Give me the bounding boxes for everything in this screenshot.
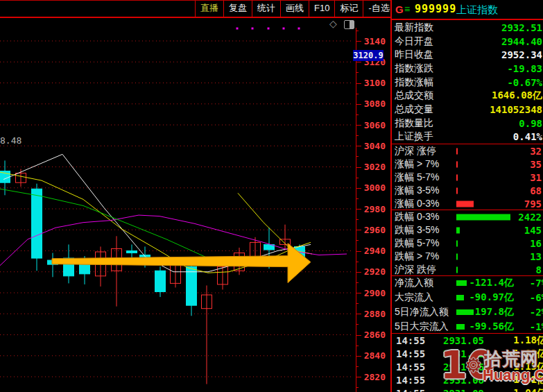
marker-dot: [268, 28, 270, 30]
advance-row-bar: [456, 161, 458, 167]
axis-label: 3060: [361, 119, 386, 131]
quote-row: 昨日收盘2952.34: [392, 48, 543, 62]
advance-row-label: 涨幅 3-5%: [395, 185, 440, 197]
decline-row-label: 跌幅 3-5%: [395, 224, 440, 237]
advance-row[interactable]: 涨幅 0-3%795: [392, 197, 543, 210]
advance-row[interactable]: 沪深 涨停32: [392, 144, 543, 157]
axis-tick: [356, 125, 361, 126]
axis-tick-minor: [356, 114, 359, 115]
decline-row[interactable]: 沪深 跌停8: [392, 263, 543, 276]
tick-price: 2931.11: [443, 348, 484, 359]
advance-row-count: 31: [530, 172, 542, 183]
axis-tick: [356, 293, 361, 293]
toolbar-button-draw[interactable]: 画线: [280, 1, 309, 17]
flow-value: -121.4亿: [469, 277, 514, 289]
advance-row-label: 涨幅 5-7%: [395, 171, 440, 184]
decline-row[interactable]: 跌幅 5-7%16: [392, 237, 543, 250]
app-window: 直播复盘统计画线F10标记-自选返回 ◇ 8.48 31403120310030…: [0, 0, 543, 392]
tick-time: 14:55: [396, 375, 425, 386]
axis-label: 2900: [361, 287, 386, 299]
axis-tick-minor: [356, 94, 359, 94]
candle-down: [32, 189, 42, 258]
flow-label: 大宗流入: [395, 291, 433, 304]
flow-label: 5日大宗流入: [395, 321, 449, 333]
tick-price: 2931.08: [443, 375, 484, 386]
axis-tick-minor: [356, 135, 359, 136]
quote-row: 上证换手0.41%: [392, 130, 543, 144]
decline-row-bar: [456, 253, 458, 259]
quote-row: 指数涨幅-0.67%: [392, 76, 543, 90]
marker-dot: [283, 28, 285, 30]
menu-icon[interactable]: ≡: [404, 3, 410, 15]
flow-value: -90.97亿: [469, 291, 514, 304]
kline-chart[interactable]: [0, 17, 356, 392]
quote-label: 最新指数: [395, 22, 433, 34]
advance-section: 沪深 涨停32涨幅 > 7%35涨幅 5-7%31涨幅 3-5%68涨幅 0-3…: [392, 144, 543, 210]
flow-percent: -6%: [530, 292, 543, 303]
tick-amount: 1.01亿: [513, 348, 543, 360]
tick-time: 14:55: [396, 348, 425, 359]
axis-tick: [356, 62, 361, 62]
quote-value: 2944.40: [501, 36, 542, 47]
axis-tick-minor: [356, 156, 359, 157]
axis-tick-minor: [356, 178, 359, 178]
flow-row[interactable]: 5日大宗流入-99.56亿-1%: [392, 319, 543, 334]
flow-row[interactable]: 5日净流入额-197.8亿-2%: [392, 305, 543, 320]
decline-row-bar: [456, 214, 510, 220]
flow-row[interactable]: 净流入额-121.4亿-7%: [392, 276, 543, 291]
decline-row-label: 跌幅 0-3%: [395, 211, 440, 223]
advance-row-label: 涨幅 0-3%: [395, 198, 440, 210]
marker-dot: [298, 28, 300, 30]
quote-section: 最新指数2932.51今日开盘2944.40昨日收盘2952.34指数涨跌-19…: [392, 21, 543, 144]
tick-row: 14:552931.061.15亿: [392, 360, 543, 373]
quote-label: 总成交量: [395, 103, 433, 116]
decline-row[interactable]: 跌幅 0-3%2422: [392, 210, 543, 223]
decline-row-label: 沪深 跌停: [395, 264, 436, 276]
toolbar-button-live[interactable]: 直播: [195, 1, 223, 17]
toolbar-button-f10[interactable]: F10: [309, 1, 334, 17]
advance-row[interactable]: 涨幅 > 7%35: [392, 157, 543, 171]
axis-label: 2920: [361, 266, 386, 278]
decline-row[interactable]: 跌幅 3-5%145: [392, 223, 543, 237]
tick-price: 2931.09: [443, 388, 484, 392]
axis-label: 3020: [361, 161, 386, 173]
quote-label: 上证换手: [395, 130, 433, 143]
axis-tick: [356, 335, 361, 336]
flow-percent: -1%: [530, 321, 543, 332]
quote-row: 指数涨跌-19.83: [392, 62, 543, 76]
decline-section: 跌幅 0-3%2422跌幅 3-5%145跌幅 5-7%16跌幅 > 7%13沪…: [392, 210, 543, 276]
axis-tick: [356, 41, 361, 42]
advance-row[interactable]: 涨幅 3-5%68: [392, 184, 543, 197]
advance-row-count: 68: [530, 185, 542, 196]
flow-percent: -2%: [530, 307, 543, 318]
flow-row[interactable]: 大宗流入-90.97亿-6%: [392, 291, 543, 305]
stock-code: 999999: [415, 3, 456, 15]
advance-row[interactable]: 涨幅 5-7%31: [392, 171, 543, 184]
axis-label: 3100: [361, 77, 386, 89]
axis-tick: [356, 209, 361, 210]
toolbar-button-stats[interactable]: 统计: [252, 1, 280, 17]
axis-tick: [356, 314, 361, 314]
decline-row[interactable]: 跌幅 > 7%13: [392, 250, 543, 263]
axis-label: 2880: [361, 308, 386, 320]
decline-row-bar: [456, 266, 458, 273]
advance-row-bar: [456, 201, 474, 207]
flow-percent: -7%: [530, 278, 543, 289]
tick-amount: 1.01亿: [513, 374, 543, 386]
flow-section: 净流入额-121.4亿-7%大宗流入-90.97亿-6%5日净流入额-197.8…: [392, 275, 543, 334]
price-tag: 3120.9: [353, 50, 383, 61]
flow-label: 5日净流入额: [395, 306, 449, 318]
tick-amount: 1.15亿: [513, 361, 543, 373]
axis-tick-minor: [356, 31, 359, 31]
quote-value: 2952.34: [501, 49, 542, 60]
toolbar-button-replay[interactable]: 复盘: [223, 1, 252, 17]
toolbar-button-watchlist[interactable]: -自选: [363, 1, 394, 17]
axis-label: 2980: [361, 203, 386, 215]
tick-time: 14:55: [396, 335, 425, 346]
flow-value: -99.56亿: [469, 321, 514, 333]
toolbar-button-mark[interactable]: 标记: [334, 1, 363, 17]
group-indicator: G: [395, 3, 404, 15]
quote-value: 1646.08亿: [492, 90, 542, 102]
axis-tick: [356, 356, 361, 357]
axis-tick: [356, 167, 361, 168]
